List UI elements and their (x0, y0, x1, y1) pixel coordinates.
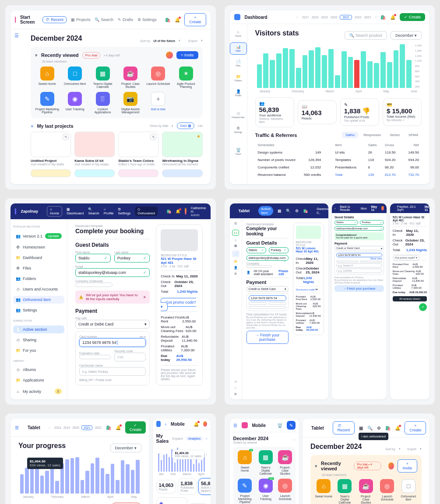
email-input[interactable]: stabloponkey@stuaap.com ✓ (75, 268, 150, 277)
sidebar-item[interactable]: 👥Folders (13, 275, 64, 283)
year-tab[interactable]: 2021 (340, 15, 352, 20)
chart-bar[interactable] (361, 51, 366, 88)
active-item-pill[interactable]: Active Item (258, 206, 273, 216)
finish-button[interactable]: → Finish your purchase (246, 331, 289, 344)
tab[interactable]: SPAM (405, 132, 422, 138)
avatar[interactable] (166, 52, 173, 59)
sidebar-stats[interactable]: 📊Stats (230, 42, 247, 55)
sidebar-folders[interactable]: 📁Folders (230, 72, 247, 84)
year-tab[interactable]: 2017 (302, 16, 309, 19)
pay-method-select[interactable]: Credit or Debit Card ▾ (75, 320, 150, 329)
create-button[interactable]: + Create (184, 13, 206, 26)
hamburger-icon[interactable]: ☰ (14, 33, 19, 184)
invite-button[interactable]: + Invite (176, 51, 198, 59)
chart-bar[interactable] (335, 75, 340, 88)
menu-search[interactable]: 🔍 Search (95, 16, 113, 23)
view-grid[interactable]: Grid ▦ (177, 122, 194, 129)
app-tile[interactable]: ▦Team's Digital Calendar (91, 66, 115, 88)
avatar[interactable] (185, 208, 187, 215)
sidebar-item[interactable]: ⌂My activity2 (13, 387, 64, 396)
chart-bar[interactable] (263, 53, 268, 88)
sidebar-item[interactable]: ⚙Homescreen (13, 243, 64, 251)
chart-bar[interactable] (296, 68, 301, 88)
cart-icon[interactable]: 🛍️ (303, 209, 308, 213)
project-item[interactable]: ✎Stablo's Team ColorsEdited 1 hour ago i… (118, 132, 158, 166)
sidebar-settings[interactable]: ⚙Settings (230, 124, 247, 136)
chart-bar[interactable] (276, 53, 282, 88)
sidebar-item[interactable]: 📄Active section (13, 326, 64, 333)
cart-icon[interactable]: 🛍️ (380, 15, 386, 20)
chart-bar[interactable] (400, 44, 405, 88)
cvc-input[interactable]: CVC (114, 353, 146, 361)
sidebar-item[interactable]: ◇Users and Accounts (13, 285, 64, 293)
project-item[interactable]: ★Wireframing in DigmaOnhovered at the mo… (162, 132, 202, 166)
property-link[interactable]: 521 W Purple Haze St Apt 401 (161, 257, 196, 265)
chart-bar[interactable] (406, 60, 412, 88)
nav-onhovered[interactable]: ◇ Onhovered (135, 206, 158, 216)
last-name-input[interactable]: Ponkey ✓ (114, 254, 150, 262)
chart-bar[interactable] (387, 62, 392, 88)
app-tile[interactable]: □Onhovered Item (63, 66, 87, 88)
chart-bar[interactable] (354, 60, 359, 88)
sort-value[interactable]: UI of the future (153, 39, 175, 42)
nav-dashboard[interactable]: ▦ Dashboard (67, 207, 84, 215)
app-tile[interactable]: ✶Agile Product Planning (174, 66, 198, 88)
project-item[interactable]: ✎Untitled ProjectJust created in My draf… (31, 132, 71, 166)
sidebar-hovered-item[interactable]: ◇Hovered item (230, 109, 247, 121)
sidebar-profile[interactable]: 👤Profile (230, 87, 247, 99)
sidebar-item[interactable]: 👥Settings (13, 306, 64, 314)
breadcrumb[interactable]: Dashboard template (75, 224, 150, 228)
project-item[interactable]: Kama Sutra UI kitJust created in My swap… (74, 132, 115, 166)
bell-icon[interactable]: 🔔 (390, 15, 395, 20)
chart-bar[interactable] (380, 52, 386, 88)
sidebar-item[interactable]: 👥Onhovered item (13, 296, 64, 304)
year-tab[interactable]: 2018 (312, 16, 319, 19)
stat-card[interactable]: 📖14,063Reads (298, 100, 337, 124)
menu-projects[interactable]: ▦ Projects (71, 16, 91, 23)
bell-icon[interactable]: 🔔 (175, 18, 180, 22)
app-tile[interactable]: ⌂Sweet Home (35, 66, 59, 88)
sidebar-item[interactable]: ⚙Files (13, 264, 64, 272)
promo-button[interactable]: Got promo code? ▾ (161, 298, 196, 311)
plus-icon[interactable]: + (31, 123, 33, 129)
chart-bar[interactable] (328, 49, 334, 88)
view-list[interactable]: List (198, 124, 203, 127)
tab[interactable]: Series (386, 132, 403, 138)
tab[interactable]: Responses (360, 132, 384, 138)
menu-settings[interactable]: ⚙ Settings (137, 16, 157, 23)
stat-card[interactable]: ✎1,838 👎Published PostsYou speak a lot (340, 98, 379, 126)
chart-bar[interactable] (322, 55, 327, 88)
chart-bar[interactable] (289, 49, 295, 88)
chart-bar[interactable] (257, 64, 262, 88)
nav-settings[interactable]: ⚙ Settings (118, 207, 130, 215)
confirm-fab[interactable]: ✓ (419, 303, 427, 311)
add-new-tile[interactable]: +Add a new (146, 92, 170, 114)
sidebar-item[interactable]: 📁For you (13, 346, 64, 354)
tab[interactable]: Safno (342, 132, 358, 138)
chart-bar[interactable] (283, 48, 288, 88)
card-number-input[interactable]: 1234 5678 9876 54 (79, 338, 146, 347)
nav-home[interactable]: ⌂ Home (47, 206, 62, 217)
chart-bar[interactable] (348, 57, 353, 88)
chart-bar[interactable] (374, 63, 379, 88)
year-tab[interactable]: 2022 (355, 16, 362, 19)
sidebar-item[interactable]: ◇Albums (13, 366, 64, 374)
edit-button[interactable]: ✎ (287, 421, 296, 430)
chart-bar[interactable] (394, 50, 399, 88)
app-tile[interactable]: ◉User Tracking (63, 92, 87, 114)
export-btn[interactable]: Export (188, 39, 197, 42)
search-input[interactable]: 🔍 Search product (345, 31, 387, 40)
app-tile[interactable]: ⦙⦙⦙Custom Applications (91, 92, 115, 114)
chart-bar[interactable] (367, 61, 373, 88)
stat-card[interactable]: 👥56,839Your audienceVisitors, followers,… (255, 97, 294, 127)
year-tab[interactable]: 2023 (364, 16, 371, 19)
cart-icon[interactable]: 🛍️ (166, 209, 171, 214)
nav-search[interactable]: 🔍 Search (88, 207, 99, 215)
company-input[interactable] (75, 283, 113, 287)
chart-bar[interactable] (309, 50, 314, 88)
stat-card[interactable]: 💳$ 15,800Total Income (Net)No refunds ✓ (383, 98, 422, 126)
month-filter[interactable]: December ▾ (391, 31, 422, 40)
chart-bar[interactable] (303, 55, 308, 88)
app-tile[interactable]: ✎Project Marketing Pipeline (35, 92, 59, 114)
menu-drafts[interactable]: ✎ Drafts (118, 16, 133, 23)
